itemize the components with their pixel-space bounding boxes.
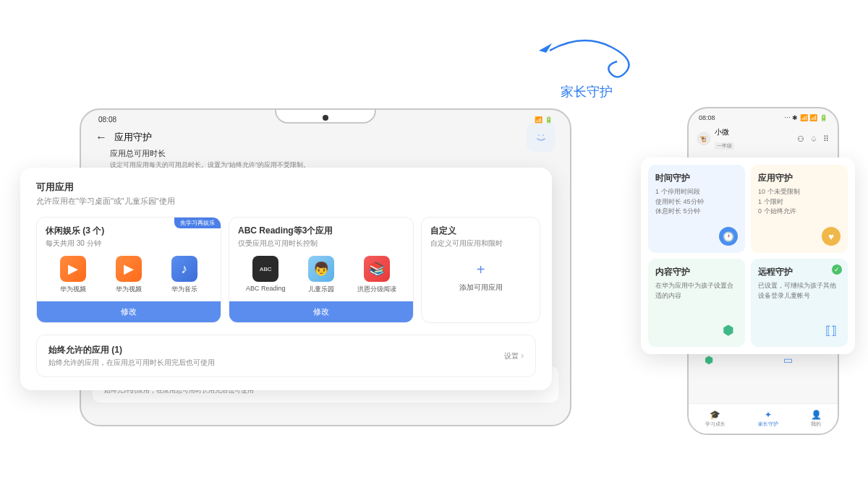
phone-time: 08:08 (699, 114, 715, 121)
check-icon: ✓ (832, 264, 842, 275)
annotation-label: 家长守护 (561, 83, 613, 100)
always-title: 始终允许的应用 (1) (48, 344, 215, 356)
card-title: 应用守护 (758, 172, 841, 184)
study-first-badge: 先学习再娱乐 (174, 218, 221, 228)
phone-header: 🐮 小微 一年级 ⚇ ♤ ⠿ (689, 124, 838, 153)
huawei-video-icon: ▶ (116, 256, 142, 282)
phone-bottomnav: 🎓学习成长 ✦家长守护 👤我的 (689, 403, 838, 434)
profile-grade: 一年级 (715, 142, 734, 150)
app-item[interactable]: ▶华为视频 (47, 256, 99, 294)
smiley-icon (527, 123, 556, 152)
card-line: 已设置，可继续为孩子其他设备登录儿童帐号 (758, 281, 841, 301)
graduation-icon: 🎓 (710, 410, 720, 420)
app-item[interactable]: 👦儿童乐园 (295, 256, 347, 294)
subheader-title: 应用总可用时长 (110, 148, 541, 159)
phone-statusbar: 08:08 ⋯ ✱ 📶 📶 🔋 (689, 108, 838, 124)
avatar[interactable]: 🐮 (697, 132, 710, 145)
nav-mine[interactable]: 👤我的 (811, 410, 822, 428)
profile-name: 小微 (715, 127, 793, 137)
nav-study[interactable]: 🎓学习成长 (705, 410, 726, 428)
tablet-time: 08:08 (98, 116, 116, 124)
card-line: 在华为应用中为孩子设置合适的内容 (655, 281, 738, 301)
hongen-reading-icon: 📚 (364, 256, 390, 282)
group3-desc: 自定义可用应用和限时 (430, 238, 531, 249)
group1-desc: 每天共用 30 分钟 (46, 238, 212, 249)
huawei-music-icon: ♪ (171, 256, 197, 282)
bell-icon[interactable]: ♤ (810, 134, 817, 144)
app-item[interactable]: ABCABC Reading (239, 256, 292, 294)
modify-button[interactable]: 修改 (229, 301, 413, 322)
person-icon: 👤 (811, 410, 822, 420)
card-line: 使用时长 45分钟 (655, 197, 738, 207)
app-guard-card[interactable]: 应用守护 10 个未受限制 1 个限时 0 个始终允许 ♥ (751, 165, 848, 253)
group-custom: 自定义 自定义可用应用和限时 + 添加可用应用 (421, 217, 540, 323)
huawei-video-icon: ▶ (60, 256, 86, 282)
guardian-icon: ✦ (765, 410, 772, 420)
heart-icon: ♥ (822, 227, 841, 246)
modify-button[interactable]: 修改 (37, 301, 221, 322)
group-entertainment: 先学习再娱乐 休闲娱乐 (3 个) 每天共用 30 分钟 ▶华为视频 ▶华为视频… (36, 217, 221, 323)
group2-title: ABC Reading等3个应用 (238, 225, 404, 237)
remote-guard-card[interactable]: ✓ 远程守护 已设置，可继续为孩子其他设备登录儿童帐号 ⟦⟧ (751, 259, 848, 347)
card-title: 时间守护 (655, 172, 738, 184)
group3-title: 自定义 (430, 225, 531, 237)
clock-icon: 🕐 (719, 227, 738, 246)
hexagon-icon: ⬢ (719, 321, 738, 340)
card-line: 休息时长 5分钟 (655, 207, 738, 217)
tablet-notch (275, 109, 376, 124)
group-abc-reading: ABC Reading等3个应用 仅受应用总可用时长控制 ABCABC Read… (229, 217, 414, 323)
nav-guardian[interactable]: ✦家长守护 (758, 410, 778, 428)
arrow-annotation (524, 25, 655, 83)
back-icon[interactable]: ← (95, 131, 107, 144)
status-icons: ⋯ ✱ 📶 📶 🔋 (784, 114, 827, 121)
overlay-title: 可用应用 (36, 181, 536, 194)
app-item[interactable]: 📚洪恩分级阅读 (351, 256, 403, 294)
overlay-desc: 允许应用在"学习桌面"或"儿童乐园"使用 (36, 196, 536, 207)
scan-icon: ⟦⟧ (822, 321, 841, 340)
card-title: 远程守护 (758, 266, 841, 278)
person-icon[interactable]: ⚇ (797, 134, 804, 144)
card-line: 1 个限时 (758, 197, 841, 207)
always-desc: 始终允许的应用，在应用总可用时长用完后也可使用 (48, 358, 215, 368)
kids-park-icon: 👦 (308, 256, 334, 282)
app-item[interactable]: ▶华为视频 (103, 256, 155, 294)
time-guard-card[interactable]: 时间守护 1 个停用时间段 使用时长 45分钟 休息时长 5分钟 🕐 (648, 165, 745, 253)
settings-link[interactable]: 设置 › (504, 350, 524, 361)
card-line: 0 个始终允许 (758, 207, 841, 217)
group2-desc: 仅受应用总可用时长控制 (238, 238, 404, 249)
abc-reading-icon: ABC (252, 256, 278, 282)
guardian-cards: 时间守护 1 个停用时间段 使用时长 45分钟 休息时长 5分钟 🕐 应用守护 … (641, 158, 855, 354)
svg-point-0 (538, 134, 540, 136)
plus-icon: + (477, 262, 485, 278)
chevron-right-icon: › (521, 350, 524, 361)
nav-icons-peek: ⬢ ▭ (669, 354, 828, 366)
always-allow-row[interactable]: 始终允许的应用 (1) 始终允许的应用，在应用总可用时长用完后也可使用 设置 › (36, 335, 536, 377)
card-small-icon: ▭ (783, 354, 793, 366)
tablet-header: ← 应用守护 (81, 126, 570, 147)
card-line: 10 个未受限制 (758, 187, 841, 197)
available-apps-card: 可用应用 允许应用在"学习桌面"或"儿童乐园"使用 先学习再娱乐 休闲娱乐 (3… (20, 168, 552, 390)
card-title: 内容守护 (655, 266, 738, 278)
add-app-button[interactable]: + 添加可用应用 (430, 249, 531, 310)
svg-point-1 (542, 134, 544, 136)
content-guard-card[interactable]: 内容守护 在华为应用中为孩子设置合适的内容 ⬢ (648, 259, 745, 347)
app-item[interactable]: ♪华为音乐 (158, 256, 210, 294)
menu-icon[interactable]: ⠿ (823, 134, 829, 144)
add-label: 添加可用应用 (459, 283, 503, 293)
tablet-title: 应用守护 (114, 131, 152, 144)
hexagon-small-icon: ⬢ (705, 354, 713, 366)
card-line: 1 个停用时间段 (655, 187, 738, 197)
